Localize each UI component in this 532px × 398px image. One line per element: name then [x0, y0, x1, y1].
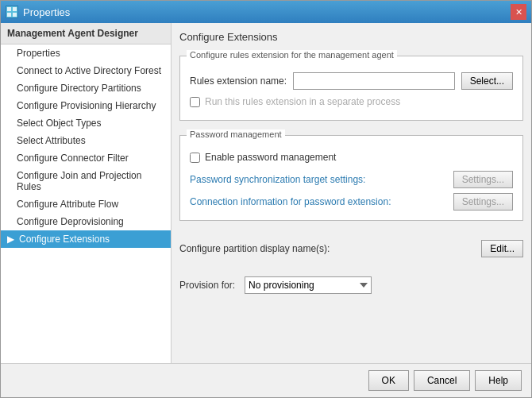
enable-password-row: Enable password management [190, 152, 513, 163]
rules-name-row: Rules extension name: Select... [190, 72, 513, 90]
sidebar-item-configure-extensions[interactable]: ▶ Configure Extensions [1, 230, 171, 248]
rules-extension-group: Configure rules extension for the manage… [179, 56, 523, 121]
rules-group-content: Rules extension name: Select... Run this… [190, 64, 513, 107]
edit-button[interactable]: Edit... [481, 240, 523, 257]
provision-label: Provision for: [179, 280, 235, 291]
sidebar-item-configure-deprovisioning[interactable]: Configure Deprovisioning [1, 213, 171, 230]
svg-rect-2 [7, 13, 11, 17]
sidebar-label-select-attributes: Select Attributes [17, 135, 86, 146]
separate-process-label: Run this rules extension in a separate p… [205, 96, 400, 107]
sidebar-label-configure-provisioning: Configure Provisioning Hierarchy [17, 100, 156, 111]
close-button[interactable]: ✕ [511, 4, 526, 20]
password-group-content: Enable password management Password sync… [190, 144, 513, 211]
sidebar-item-properties[interactable]: Properties [1, 44, 171, 62]
sidebar-item-configure-attribute[interactable]: Configure Attribute Flow [1, 195, 171, 213]
svg-rect-1 [13, 7, 17, 11]
sync-settings-row: Password synchronization target settings… [190, 171, 513, 188]
content-area: Configure Extensions Configure rules ext… [172, 23, 531, 363]
sidebar-item-configure-provisioning[interactable]: Configure Provisioning Hierarchy [1, 97, 171, 114]
sidebar-label-properties: Properties [17, 48, 60, 59]
sidebar-label-connect-ad: Connect to Active Directory Forest [17, 65, 161, 76]
svg-rect-0 [7, 7, 11, 11]
main-window: Properties ✕ Management Agent Designer P… [0, 0, 532, 398]
active-arrow-icon: ▶ [7, 234, 14, 245]
sidebar-item-select-object-types[interactable]: Select Object Types [1, 114, 171, 132]
conn-label: Connection information for password exte… [190, 196, 391, 207]
rules-group-title: Configure rules extension for the manage… [187, 50, 397, 60]
provision-row: Provision for: No provisioning Rules ext… [179, 270, 523, 300]
sidebar-label-configure-attribute: Configure Attribute Flow [17, 199, 118, 210]
sidebar-label-configure-extensions: Configure Extensions [19, 234, 110, 245]
help-button[interactable]: Help [475, 370, 522, 391]
provision-dropdown[interactable]: No provisioning Rules extension [245, 276, 372, 294]
title-bar-left: Properties [6, 6, 70, 18]
sidebar-item-configure-directory[interactable]: Configure Directory Partitions [1, 79, 171, 97]
separate-process-row: Run this rules extension in a separate p… [190, 96, 513, 107]
sidebar-header: Management Agent Designer [1, 23, 171, 44]
sidebar-label-configure-join: Configure Join and Projection Rules [17, 170, 164, 192]
sidebar-label-configure-deprovisioning: Configure Deprovisioning [17, 216, 124, 227]
cancel-button[interactable]: Cancel [414, 370, 470, 391]
sidebar: Management Agent Designer Properties Con… [1, 23, 172, 363]
sidebar-label-configure-directory: Configure Directory Partitions [17, 83, 141, 94]
svg-rect-3 [13, 13, 17, 17]
sidebar-label-select-object-types: Select Object Types [17, 118, 102, 129]
enable-password-label: Enable password management [205, 152, 336, 163]
sidebar-label-configure-connector: Configure Connector Filter [17, 153, 129, 164]
main-content: Management Agent Designer Properties Con… [1, 23, 531, 363]
ok-button[interactable]: OK [368, 370, 409, 391]
password-group-title: Password management [187, 129, 285, 139]
rules-name-input[interactable] [293, 72, 455, 90]
conn-settings-button[interactable]: Settings... [453, 193, 513, 211]
separate-process-checkbox[interactable] [190, 97, 200, 107]
sidebar-item-configure-join[interactable]: Configure Join and Projection Rules [1, 167, 171, 195]
select-button[interactable]: Select... [461, 72, 513, 90]
password-management-group: Password management Enable password mana… [179, 135, 523, 221]
enable-password-checkbox[interactable] [190, 153, 200, 163]
bottom-bar: OK Cancel Help [1, 363, 531, 397]
sidebar-item-connect-ad[interactable]: Connect to Active Directory Forest [1, 62, 171, 79]
content-header: Configure Extensions [179, 31, 523, 43]
title-bar: Properties ✕ [1, 1, 531, 23]
window-title: Properties [23, 6, 70, 18]
partition-label: Configure partition display name(s): [179, 243, 330, 254]
sync-label: Password synchronization target settings… [190, 174, 365, 185]
sidebar-item-configure-connector[interactable]: Configure Connector Filter [1, 149, 171, 167]
sidebar-item-select-attributes[interactable]: Select Attributes [1, 132, 171, 149]
partition-row: Configure partition display name(s): Edi… [179, 235, 523, 262]
rules-name-label: Rules extension name: [190, 75, 287, 87]
conn-settings-row: Connection information for password exte… [190, 193, 513, 211]
app-icon [6, 6, 18, 18]
sync-settings-button[interactable]: Settings... [453, 171, 513, 188]
